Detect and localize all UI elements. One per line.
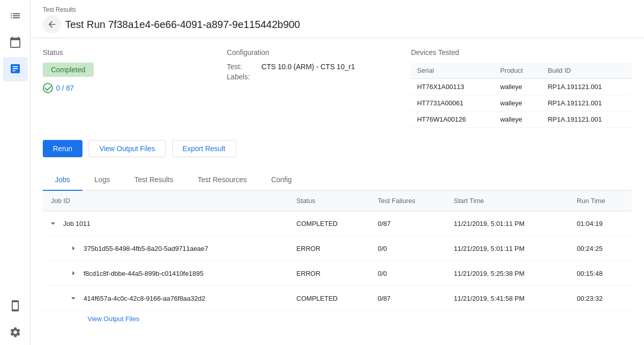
- config-block: Configuration Test: CTS 10.0 (ARM) - CTS…: [227, 48, 411, 128]
- table-row: 414f657a-4c0c-42c8-9166-aa76f8aa32d2 COM…: [43, 286, 632, 311]
- calendar-icon: [9, 36, 21, 50]
- job-status: ERROR: [288, 261, 370, 286]
- collapse-button[interactable]: [67, 292, 79, 304]
- devices-block: Devices Tested Serial Product Build ID H…: [411, 48, 632, 128]
- sidebar-item-analytics[interactable]: [3, 57, 27, 81]
- config-labels-row: Labels:: [227, 73, 411, 81]
- job-id-cell: 414f657a-4c0c-42c8-9166-aa76f8aa32d2: [43, 286, 288, 311]
- devices-table: Serial Product Build ID HT76X1A00113 wal…: [411, 63, 632, 128]
- tab-jobs[interactable]: Jobs: [43, 169, 82, 191]
- job-run-time: 00:23:32: [569, 286, 632, 311]
- table-row: f8cd1c8f-dbbe-44a5-899b-c01410fe1895 ERR…: [43, 261, 632, 286]
- job-status: ERROR: [288, 236, 370, 261]
- job-id-value: 375b1d55-6498-4fb5-8a20-5ad9711aeae7: [83, 245, 208, 252]
- jobs-col-status: Status: [288, 191, 370, 211]
- rerun-button[interactable]: Rerun: [43, 140, 82, 157]
- tabs: Jobs Logs Test Results Test Resources Co…: [43, 169, 632, 191]
- jobs-col-failures: Test Failures: [370, 191, 445, 211]
- page-title: Test Run 7f38a1e4-6e66-4091-a897-9e11544…: [65, 19, 300, 31]
- job-failures: 0/0: [370, 261, 445, 286]
- status-block: Status Completed 0 / 87: [43, 48, 227, 128]
- device-build: RP1A.191121.001: [542, 111, 632, 128]
- device-row: HT7731A00061 walleye RP1A.191121.001: [411, 95, 632, 111]
- job-run-time: 00:15:48: [569, 261, 632, 286]
- device-build: RP1A.191121.001: [542, 79, 632, 95]
- jobs-col-runtime: Run Time: [569, 191, 632, 211]
- device-product: walleye: [494, 79, 542, 95]
- device-icon: [9, 300, 21, 313]
- jobs-col-id: Job ID: [43, 191, 288, 211]
- pass-count-value: 0 / 87: [56, 84, 74, 92]
- sidebar-item-tasks[interactable]: [3, 4, 27, 28]
- job-id-value: f8cd1c8f-dbbe-44a5-899b-c01410fe1895: [83, 270, 204, 277]
- job-start-time: 11/21/2019, 5:25:38 PM: [446, 261, 569, 286]
- devices-title: Devices Tested: [411, 48, 632, 56]
- header: Test Results Test Run 7f38a1e4-6e66-4091…: [31, 0, 644, 38]
- config-title: Configuration: [227, 48, 411, 56]
- settings-icon: [9, 326, 21, 340]
- device-serial: HT7731A00061: [411, 95, 494, 111]
- expand-button[interactable]: [67, 242, 79, 254]
- job-id-cell: 375b1d55-6498-4fb5-8a20-5ad9711aeae7: [43, 236, 288, 261]
- device-row: HT76W1A00126 walleye RP1A.191121.001: [411, 111, 632, 128]
- device-serial: HT76W1A00126: [411, 111, 494, 128]
- view-output-button[interactable]: View Output Files: [89, 140, 165, 157]
- config-test-label: Test:: [227, 63, 258, 71]
- sidebar-item-settings[interactable]: [3, 321, 27, 345]
- job-run-time: 01:04:19: [569, 211, 632, 236]
- analytics-icon: [9, 63, 21, 76]
- info-section: Status Completed 0 / 87 Configuration Te…: [43, 48, 632, 128]
- tab-logs[interactable]: Logs: [82, 169, 122, 191]
- tab-config[interactable]: Config: [259, 169, 304, 191]
- device-row: HT76X1A00113 walleye RP1A.191121.001: [411, 79, 632, 95]
- devices-col-build: Build ID: [542, 63, 632, 79]
- devices-col-serial: Serial: [411, 63, 494, 79]
- export-result-button[interactable]: Export Result: [172, 140, 236, 157]
- device-product: walleye: [494, 95, 542, 111]
- sidebar-item-device[interactable]: [3, 294, 27, 319]
- job-id-value: 414f657a-4c0c-42c8-9166-aa76f8aa32d2: [83, 295, 205, 302]
- config-labels-label: Labels:: [227, 73, 258, 81]
- tab-test-results[interactable]: Test Results: [122, 169, 185, 191]
- device-build: RP1A.191121.001: [542, 95, 632, 111]
- status-title: Status: [43, 48, 227, 56]
- job-failures: 0/87: [370, 286, 445, 311]
- config-test-row: Test: CTS 10.0 (ARM) - CTS 10_r1: [227, 63, 411, 71]
- expand-button[interactable]: [67, 267, 79, 279]
- main-content: Test Results Test Run 7f38a1e4-6e66-4091…: [31, 0, 644, 345]
- job-id-cell: Job 1011: [43, 211, 288, 236]
- job-run-time: 00:24:25: [569, 236, 632, 261]
- devices-col-product: Product: [494, 63, 542, 79]
- action-buttons: Rerun View Output Files Export Result: [43, 140, 632, 157]
- status-badge: Completed: [43, 63, 94, 77]
- sidebar-item-calendar[interactable]: [3, 31, 27, 55]
- job-failures: 0/0: [370, 236, 445, 261]
- tab-test-resources[interactable]: Test Resources: [185, 169, 259, 191]
- back-button[interactable]: [43, 15, 61, 34]
- jobs-col-start: Start Time: [446, 191, 569, 211]
- job-status: COMPLETED: [288, 211, 370, 236]
- job-id-cell: f8cd1c8f-dbbe-44a5-899b-c01410fe1895: [43, 261, 288, 286]
- check-circle-icon: [43, 83, 53, 93]
- view-output-files-link[interactable]: View Output Files: [43, 311, 632, 327]
- job-status: COMPLETED: [288, 286, 370, 311]
- pass-count: 0 / 87: [43, 83, 227, 93]
- job-start-time: 11/21/2019, 5:41:58 PM: [446, 286, 569, 311]
- job-start-time: 11/21/2019, 5:01:11 PM: [446, 236, 569, 261]
- table-row: 375b1d55-6498-4fb5-8a20-5ad9711aeae7 ERR…: [43, 236, 632, 261]
- device-serial: HT76X1A00113: [411, 79, 494, 95]
- job-failures: 0/87: [370, 211, 445, 236]
- device-product: walleye: [494, 111, 542, 128]
- job-id-value: Job 1011: [63, 220, 91, 227]
- config-test-value: CTS 10.0 (ARM) - CTS 10_r1: [262, 63, 355, 71]
- title-row: Test Run 7f38a1e4-6e66-4091-a897-9e11544…: [43, 15, 632, 34]
- collapse-button[interactable]: [47, 217, 59, 229]
- jobs-table: Job ID Status Test Failures Start Time R…: [43, 191, 632, 311]
- tasks-icon: [9, 10, 21, 23]
- sidebar: [0, 0, 31, 345]
- content-area: Status Completed 0 / 87 Configuration Te…: [31, 38, 644, 345]
- table-row: Job 1011 COMPLETED 0/87 11/21/2019, 5:01…: [43, 211, 632, 236]
- breadcrumb: Test Results: [43, 6, 632, 13]
- job-start-time: 11/21/2019, 5:01:11 PM: [446, 211, 569, 236]
